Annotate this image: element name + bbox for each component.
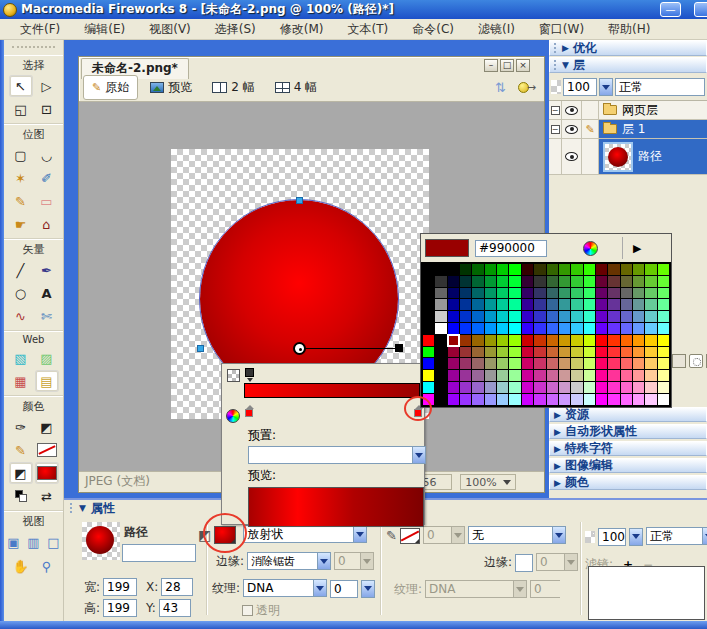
palette-cell[interactable] [534,394,545,405]
palette-cell[interactable] [633,370,644,381]
palette-cell[interactable] [534,299,545,310]
stroke-color-chip[interactable] [400,528,420,544]
palette-cell[interactable] [485,276,496,287]
palette-cell[interactable] [534,323,545,334]
palette-cell[interactable] [658,276,669,287]
gradient-vector-line[interactable] [300,348,399,349]
palette-cell[interactable] [485,323,496,334]
palette-cell[interactable] [472,299,483,310]
palette-cell[interactable] [621,370,632,381]
path-handle-top[interactable] [296,197,303,204]
palette-cell[interactable] [645,299,656,310]
palette-cell[interactable] [559,370,570,381]
palette-cell[interactable] [645,264,656,275]
menu-text[interactable]: 文本(T) [336,19,401,40]
stamp-tool[interactable]: ⌂ [35,213,59,235]
palette-cell[interactable] [608,394,619,405]
palette-cell[interactable] [608,382,619,393]
palette-cell[interactable] [584,264,595,275]
palette-cell[interactable] [584,370,595,381]
image-preview-arrows-icon[interactable]: ⇅ [495,80,506,95]
stroke-edge-slider-box[interactable] [515,554,533,572]
palette-cell[interactable] [497,276,508,287]
palette-cell[interactable] [485,347,496,358]
palette-cell[interactable] [571,394,582,405]
palette-cell[interactable] [460,370,471,381]
hex-color-input[interactable]: #990000 [475,240,547,257]
palette-cell[interactable] [485,299,496,310]
layer-row-layer1[interactable]: − ✎ 层 1 [549,120,707,139]
palette-cell[interactable] [658,394,669,405]
palette-cell[interactable] [547,323,558,334]
palette-cell[interactable] [584,394,595,405]
optimize-panel-header[interactable]: ▶ 优化 [549,40,707,56]
palette-cell[interactable] [547,288,558,299]
palette-cell[interactable] [596,358,607,369]
palette-cell[interactable] [534,370,545,381]
preset-select[interactable] [248,446,426,465]
edge-mode-select[interactable]: 消除锯齿 [247,552,331,571]
palette-cell[interactable] [633,347,644,358]
pen-tool[interactable]: ✒ [35,259,59,281]
palette-cell[interactable] [435,394,446,405]
brush-tool[interactable]: ✐ [35,167,59,189]
palette-cell[interactable] [658,370,669,381]
palette-cell[interactable] [633,288,644,299]
palette-cell[interactable] [547,394,558,405]
palette-cell[interactable] [571,323,582,334]
smudge-tool[interactable]: ☛ [9,213,33,235]
palette-cell[interactable] [596,323,607,334]
palette-cell[interactable] [645,288,656,299]
palette-cell[interactable] [497,394,508,405]
palette-cell[interactable] [485,358,496,369]
zoom-level-control[interactable]: 100% [460,474,516,490]
magic-wand-tool[interactable]: ✶ [9,167,33,189]
layers-panel-header[interactable]: ▼ 层 [549,57,707,73]
palette-cell[interactable] [608,358,619,369]
color-wheel-icon[interactable] [226,409,240,423]
layer-opacity-input[interactable]: 100 [563,78,597,96]
polygon-slice-tool[interactable]: ▤ [35,370,59,392]
palette-cell[interactable] [559,311,570,322]
tab-4up[interactable]: 4 幅 [267,76,325,99]
palette-cell[interactable] [485,311,496,322]
gradient-ramp-bar[interactable] [244,383,420,398]
palette-cell[interactable] [497,370,508,381]
palette-cell[interactable] [633,276,644,287]
palette-cell[interactable] [435,382,446,393]
paint-bucket-tool[interactable]: ◩ [35,416,59,438]
palette-cell[interactable] [534,358,545,369]
palette-cell[interactable] [448,276,459,287]
panel-grip[interactable] [554,43,558,53]
palette-cell[interactable] [509,323,520,334]
palette-cell[interactable] [435,311,446,322]
palette-cell[interactable] [608,311,619,322]
text-tool[interactable]: A [35,282,59,304]
palette-cell[interactable] [621,382,632,393]
palette-cell[interactable] [534,347,545,358]
palette-cell[interactable] [596,370,607,381]
palette-cell[interactable] [534,335,545,346]
palette-cell[interactable] [485,370,496,381]
palette-cell[interactable] [435,323,446,334]
palette-cell[interactable] [658,311,669,322]
palette-cell[interactable] [448,394,459,405]
palette-cell[interactable] [423,288,434,299]
x-input[interactable]: 28 [161,578,193,596]
palette-cell[interactable] [448,347,459,358]
palette-cell[interactable] [448,264,459,275]
palette-cell[interactable] [645,382,656,393]
palette-cell[interactable] [547,311,558,322]
palette-cell[interactable] [658,358,669,369]
palette-cell[interactable] [559,382,570,393]
palette-cell[interactable] [559,323,570,334]
palette-cell[interactable] [645,358,656,369]
palette-cell[interactable] [621,264,632,275]
palette-cell[interactable] [522,299,533,310]
menu-modify[interactable]: 修改(M) [268,19,336,40]
palette-cell[interactable] [522,347,533,358]
palette-cell[interactable] [658,382,669,393]
palette-cell[interactable] [596,276,607,287]
menu-help[interactable]: 帮助(H) [596,19,662,40]
palette-cell[interactable] [596,394,607,405]
